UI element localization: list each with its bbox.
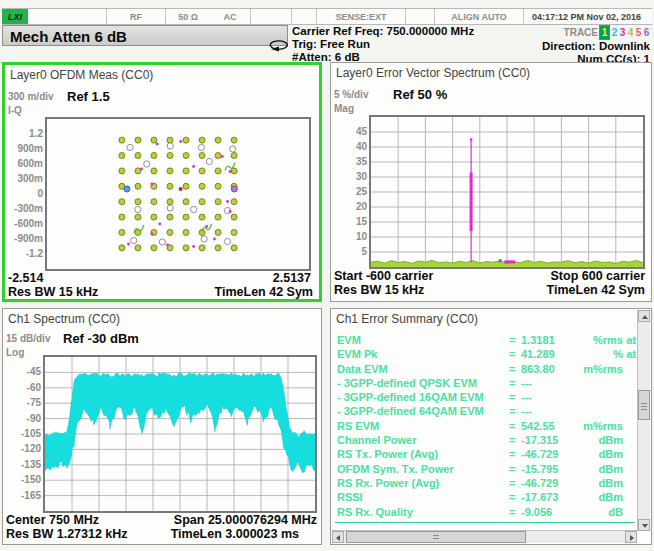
ofdm-title: Layer0 OFDM Meas (CC0) [10,68,153,82]
summary-title: Ch1 Error Summary (CC0) [336,312,478,326]
summary-row: RS EVM=542.55m%rms [337,419,636,433]
y-tick-label: -165 [5,490,41,501]
y-tick-label: -300m [7,203,43,214]
spectrum-res-bw: Res BW 1.27312 kHz [6,527,128,541]
y-tick-label: -900m [7,233,43,244]
y-tick-label: -150 [5,474,41,485]
arrow-up-icon [642,315,648,319]
summary-row: Channel Power=-17.315dBm [337,433,636,447]
ofdm-ref-level: Ref 1.5 [67,89,110,104]
horizontal-scroll-thumb[interactable] [346,531,526,543]
summary-separator [335,522,635,523]
spectrum-axis-type: Log [6,347,24,358]
analyzer-screen: LXI RF 50 Ω AC SENSE:EXT ALIGN AUTO 04:1… [0,0,654,551]
window-error-summary[interactable]: Ch1 Error Summary (CC0) EVM=1.3181%rmsat… [330,308,652,545]
evs-title: Layer0 Error Vector Spectrum (CC0) [336,66,530,80]
y-tick-label: -75 [5,397,41,408]
summary-row: RSSI=-17.673dBm [337,490,636,504]
scroll-down-button[interactable] [638,519,650,531]
scroll-up-button[interactable] [638,310,650,322]
arrow-right-icon [630,535,634,541]
y-tick-label: 300m [7,173,43,184]
trace-number-3[interactable]: 3 [619,26,626,39]
summary-row: RS Rx. Power (Avg)=-46.729dBm [337,476,636,490]
trace-direction-block: TRACE123456 Direction: Downlink Num CC(s… [542,25,650,66]
clock: 04:17:12 PM Nov 02, 2016 [524,9,652,24]
y-tick-label: -105 [5,428,41,439]
summary-row: EVM=1.3181%rmsat [337,333,636,347]
y-tick-label: -600m [7,218,43,229]
evs-timelen: TimeLen 42 Sym [547,283,645,297]
trace-label: TRACE [564,27,598,38]
evs-ref-level: Ref 50 % [393,87,447,102]
y-tick-label: -90 [5,413,41,424]
y-tick-label: 5 [331,246,367,257]
scroll-right-button[interactable] [625,531,637,543]
summary-row: RS Rx. Quality=-9.056dB [337,505,636,519]
summary-row: EVM Pk=41.289%at [337,347,636,361]
spectrum-title: Ch1 Spectrum (CC0) [8,312,120,326]
carrier-ref-freq: Carrier Ref Freq: 750.000000 MHz [292,25,474,38]
evs-start: Start -600 carrier [334,269,433,283]
measurement-settings: Carrier Ref Freq: 750.000000 MHz Trig: F… [292,25,474,64]
trace-number-2[interactable]: 2 [611,26,618,39]
trace-indicator[interactable]: TRACE123456 [542,25,650,40]
spectrum-span: Span 25.000076294 MHz [174,513,317,527]
y-tick-label: -120 [5,443,41,454]
ofdm-timelen: TimeLen 42 Sym [215,285,313,299]
align-status: ALIGN AUTO [435,9,523,24]
ofdm-res-bw: Res BW 15 kHz [8,285,98,299]
single-sweep-icon [268,38,290,56]
y-tick-label: -1.2 [7,248,43,259]
impedance-status: 50 Ω [166,9,210,24]
summary-row: - 3GPP-defined QPSK EVM=--- [337,376,636,390]
y-tick-label: 1.2 [7,128,43,139]
y-tick-label: -45 [5,366,41,377]
summary-row: - 3GPP-defined 64QAM EVM=--- [337,404,636,418]
summary-vertical-scrollbar[interactable] [637,310,650,531]
ofdm-x-min: -2.514 [8,271,43,285]
scroll-left-button[interactable] [332,531,344,543]
ofdm-scale-per-div: 300 m/div [8,91,54,102]
window-error-vector-spectrum[interactable]: Layer0 Error Vector Spectrum (CC0) 5 %/d… [330,62,652,302]
trace-number-4[interactable]: 4 [627,26,634,39]
trace-number-6[interactable]: 6 [643,26,650,39]
ofdm-x-max: 2.5137 [273,271,311,285]
evs-axis-type: Mag [334,103,354,114]
sense-status: SENSE:EXT [317,9,405,24]
ofdm-axis-type: I-Q [8,105,22,116]
evs-res-bw: Res BW 15 kHz [334,283,424,297]
y-tick-label: 25 [331,186,367,197]
spectrum-timelen: TimeLen 3.000023 ms [171,527,299,541]
evs-plot[interactable]: 45403530252015105 [369,115,645,269]
summary-table: EVM=1.3181%rmsatEVM Pk=41.289%atData EVM… [337,333,636,519]
y-tick-label: 15 [331,216,367,227]
summary-horizontal-scrollbar[interactable] [332,530,637,543]
arrow-down-icon [642,524,648,528]
y-tick-label: 900m [7,143,43,154]
trigger-setting: Trig: Free Run [292,38,474,51]
coupling-status: AC [210,9,250,24]
trace-number-5[interactable]: 5 [635,26,642,39]
y-tick-label: -60 [5,382,41,393]
evs-scale-per-div: 5 %/div [334,89,368,100]
rf-status: RF [107,9,165,24]
constellation-plot[interactable]: 1.2900m600m300m0-300m-600m-900m-1.2 [45,117,311,271]
window-ch1-spectrum[interactable]: Ch1 Spectrum (CC0) 15 dB/div Ref -30 dBm… [2,308,322,545]
trace-number-1[interactable]: 1 [599,25,610,40]
spectrum-center: Center 750 MHz [6,513,99,527]
y-tick-label: -135 [5,459,41,470]
y-tick-label: 30 [331,171,367,182]
vertical-scroll-thumb[interactable] [638,390,650,420]
spectrum-scale-per-div: 15 dB/div [6,333,50,344]
summary-row: OFDM Sym. Tx. Power=-15.795dBm [337,462,636,476]
window-ofdm-meas[interactable]: Layer0 OFDM Meas (CC0) 300 m/div Ref 1.5… [2,62,322,302]
active-function-readout: Mech Atten 6 dB [2,25,288,46]
evs-stop: Stop 600 carrier [551,269,646,283]
spectrum-plot[interactable]: -45-60-75-90-105-120-135-150-165 [43,355,317,513]
y-tick-label: 20 [331,201,367,212]
arrow-left-icon [336,535,340,541]
y-tick-label: 10 [331,231,367,242]
status-bar: LXI RF 50 Ω AC SENSE:EXT ALIGN AUTO 04:1… [2,8,652,25]
direction-setting: Direction: Downlink [542,40,650,53]
